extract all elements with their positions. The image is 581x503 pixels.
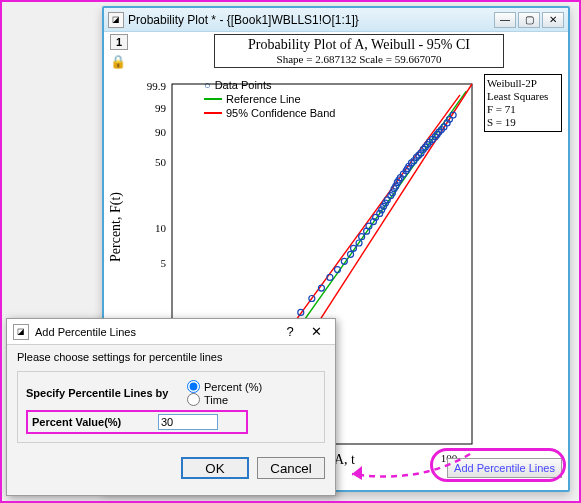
plot-window-icon: ◪	[108, 12, 124, 28]
dialog-group: Specify Percentile Lines by Percent (%) …	[17, 371, 325, 443]
radio-time-label: Time	[204, 394, 228, 406]
plot-window-titlebar[interactable]: ◪ Probability Plot * - {[Book1]WBLLS1!O[…	[104, 8, 568, 32]
dialog-title: Add Percentile Lines	[35, 326, 136, 338]
x-axis-label: A, t	[334, 452, 355, 468]
stats-box: Weibull-2P Least Squares F = 71 S = 19	[484, 74, 562, 132]
radio-percent[interactable]	[187, 380, 200, 393]
maximize-button[interactable]: ▢	[518, 12, 540, 28]
stats-l1: Weibull-2P	[487, 77, 559, 90]
cancel-button[interactable]: Cancel	[257, 457, 325, 479]
y-axis-label: Percent, F(t)	[108, 192, 124, 262]
svg-marker-51	[352, 466, 362, 480]
plot-title: Probability Plot of A, Weibull - 95% CI	[223, 37, 495, 53]
radio-percent-label: Percent (%)	[204, 381, 262, 393]
dialog-help-button[interactable]: ?	[277, 323, 303, 341]
minimize-button[interactable]: —	[494, 12, 516, 28]
specify-label: Specify Percentile Lines by	[26, 387, 181, 399]
close-button[interactable]: ✕	[542, 12, 564, 28]
lock-icon: 🔒	[110, 54, 126, 70]
dialog-icon: ◪	[13, 324, 29, 340]
stats-l3: F = 71	[487, 103, 559, 116]
ok-button[interactable]: OK	[181, 457, 249, 479]
plot-subtitle: Shape = 2.687132 Scale = 59.667070	[223, 53, 495, 65]
add-percentile-lines-button[interactable]: Add Percentile Lines	[447, 458, 562, 478]
add-percentile-dialog: ◪ Add Percentile Lines ? ✕ Please choose…	[6, 318, 336, 496]
percent-value-row: Percent Value(%)	[26, 410, 248, 434]
radio-time[interactable]	[187, 393, 200, 406]
stats-l2: Least Squares	[487, 90, 559, 103]
dialog-close-button[interactable]: ✕	[303, 323, 329, 341]
dialog-titlebar[interactable]: ◪ Add Percentile Lines ? ✕	[7, 319, 335, 345]
percent-value-input[interactable]	[158, 414, 218, 430]
stats-l4: S = 19	[487, 116, 559, 129]
percent-value-label: Percent Value(%)	[32, 416, 152, 428]
dialog-description: Please choose settings for percentile li…	[17, 351, 325, 363]
plot-window-title: Probability Plot * - {[Book1]WBLLS1!O[1:…	[128, 13, 494, 27]
sheet-tab[interactable]: 1	[110, 34, 128, 50]
plot-title-box: Probability Plot of A, Weibull - 95% CI …	[214, 34, 504, 68]
